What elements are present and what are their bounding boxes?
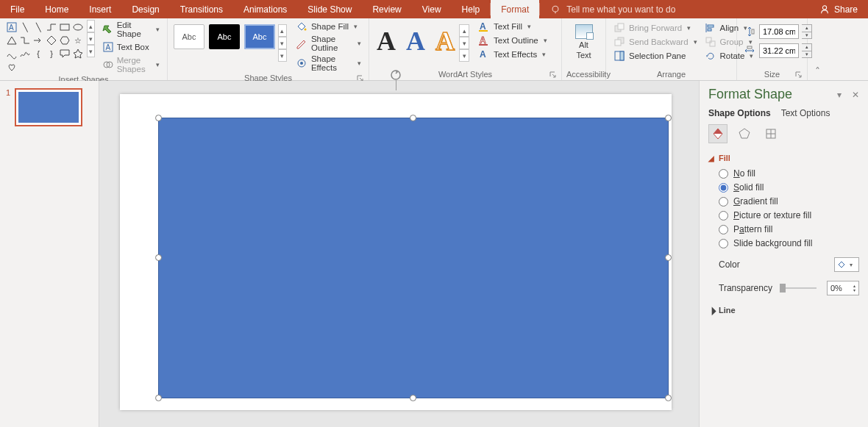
tab-animations[interactable]: Animations bbox=[233, 0, 297, 18]
wordart-preset-1[interactable]: A bbox=[377, 26, 396, 57]
shape-fill-button[interactable]: Shape Fill bbox=[293, 20, 364, 33]
shape-outline-button[interactable]: Shape Outline bbox=[293, 34, 364, 53]
gallery-up-icon[interactable]: ▴ bbox=[87, 20, 95, 32]
dialog-launcher-icon[interactable] bbox=[795, 71, 803, 79]
shape-diamond-icon[interactable] bbox=[46, 35, 57, 46]
width-input[interactable] bbox=[759, 43, 799, 58]
shape-line-icon[interactable]: ╲ bbox=[19, 21, 31, 33]
shape-gallery[interactable]: A ╲ ╲ ☆ { } bbox=[4, 20, 85, 74]
resize-handle-br[interactable] bbox=[665, 395, 672, 401]
gallery-more-icon[interactable]: ▾ bbox=[278, 49, 287, 62]
gallery-up-icon[interactable]: ▴ bbox=[278, 24, 287, 37]
size-props-category[interactable] bbox=[761, 124, 780, 143]
pattern-fill-radio[interactable]: Pattern fill bbox=[719, 224, 859, 234]
fill-line-category[interactable] bbox=[708, 124, 728, 143]
shape-star-icon[interactable] bbox=[72, 48, 84, 60]
share-button[interactable]: Share bbox=[809, 0, 868, 18]
shape-heart-icon[interactable] bbox=[6, 61, 18, 73]
shape-freeform-icon[interactable] bbox=[19, 48, 31, 60]
slider-thumb[interactable] bbox=[780, 284, 786, 293]
style-preset-3[interactable]: Abc bbox=[244, 24, 275, 49]
resize-handle-bc[interactable] bbox=[410, 395, 416, 401]
gallery-down-icon[interactable]: ▾ bbox=[459, 37, 469, 49]
shape-arrow-icon[interactable] bbox=[32, 35, 44, 46]
shape-callout-icon[interactable] bbox=[59, 48, 71, 60]
spin-down-icon[interactable]: ▾ bbox=[853, 288, 855, 293]
shape-star-icon[interactable]: ☆ bbox=[72, 35, 84, 46]
shape-connector-icon[interactable] bbox=[46, 21, 57, 33]
solid-fill-radio[interactable]: Solid fill bbox=[719, 182, 859, 193]
selection-pane-button[interactable]: Selection Pane bbox=[611, 49, 700, 62]
fill-color-picker[interactable]: ▾ bbox=[834, 257, 859, 272]
line-section-header[interactable]: ◢ Line bbox=[708, 306, 859, 315]
rotate-handle[interactable] bbox=[390, 69, 402, 81]
slide-bg-fill-radio[interactable]: Slide background fill bbox=[719, 238, 859, 248]
transparency-value[interactable]: 0%▴▾ bbox=[827, 281, 859, 295]
tab-review[interactable]: Review bbox=[362, 0, 411, 18]
tab-transitions[interactable]: Transitions bbox=[170, 0, 233, 18]
gallery-scroll[interactable]: ▴ ▾ ▾ bbox=[87, 20, 95, 57]
shape-options-tab[interactable]: Shape Options bbox=[708, 108, 771, 118]
tell-me-search[interactable]: Tell me what you want to do bbox=[540, 0, 686, 18]
resize-handle-tr[interactable] bbox=[665, 115, 672, 121]
shape-hexagon-icon[interactable] bbox=[59, 35, 71, 46]
slide[interactable] bbox=[120, 94, 672, 410]
pane-options-button[interactable]: ▾ bbox=[837, 90, 842, 100]
slide-canvas[interactable] bbox=[99, 81, 699, 427]
effects-category[interactable] bbox=[735, 124, 754, 143]
style-gallery-scroll[interactable]: ▴ ▾ ▾ bbox=[278, 24, 287, 62]
gallery-down-icon[interactable]: ▾ bbox=[87, 32, 95, 45]
style-preset-1[interactable]: Abc bbox=[174, 24, 204, 49]
no-fill-radio[interactable]: No fill bbox=[719, 168, 859, 179]
tab-home[interactable]: Home bbox=[35, 0, 79, 18]
shape-lbrace-icon[interactable]: { bbox=[32, 48, 44, 60]
pane-close-button[interactable]: ✕ bbox=[852, 90, 859, 100]
transparency-slider[interactable] bbox=[780, 283, 819, 293]
gallery-more-icon[interactable]: ▾ bbox=[459, 49, 469, 62]
gradient-fill-radio[interactable]: Gradient fill bbox=[719, 196, 859, 207]
text-effects-button[interactable]: A Text Effects bbox=[475, 48, 550, 61]
wordart-gallery[interactable]: A A A bbox=[374, 20, 458, 62]
style-preset-2[interactable]: Abc bbox=[209, 24, 240, 49]
alt-text-button[interactable]: Alt Text bbox=[569, 20, 600, 60]
text-options-tab[interactable]: Text Options bbox=[781, 108, 830, 118]
fill-section-header[interactable]: ◢ Fill bbox=[708, 154, 859, 162]
thumbnail-preview[interactable] bbox=[15, 88, 82, 126]
tab-slideshow[interactable]: Slide Show bbox=[297, 0, 362, 18]
shape-triangle-icon[interactable] bbox=[6, 35, 18, 46]
shape-connector-icon[interactable] bbox=[19, 35, 31, 46]
wordart-preset-3[interactable]: A bbox=[435, 26, 455, 57]
gallery-more-icon[interactable]: ▾ bbox=[87, 45, 95, 57]
tab-view[interactable]: View bbox=[412, 0, 452, 18]
gallery-down-icon[interactable]: ▾ bbox=[278, 37, 287, 49]
tab-file[interactable]: File bbox=[0, 0, 35, 18]
wordart-preset-2[interactable]: A bbox=[406, 26, 425, 57]
tab-help[interactable]: Help bbox=[452, 0, 491, 18]
text-outline-button[interactable]: A Text Outline bbox=[475, 34, 550, 47]
resize-handle-bl[interactable] bbox=[155, 395, 162, 401]
tab-format[interactable]: Format bbox=[491, 0, 539, 18]
wordart-gallery-scroll[interactable]: ▴ ▾ ▾ bbox=[459, 24, 469, 62]
gallery-up-icon[interactable]: ▴ bbox=[459, 24, 469, 37]
text-fill-button[interactable]: A Text Fill bbox=[475, 20, 550, 33]
resize-handle-ml[interactable] bbox=[155, 254, 162, 261]
picture-fill-radio[interactable]: Picture or texture fill bbox=[719, 210, 859, 220]
resize-handle-mr[interactable] bbox=[665, 254, 672, 261]
edit-shape-button[interactable]: Edit Shape bbox=[99, 20, 163, 39]
selected-rectangle-shape[interactable] bbox=[158, 118, 669, 398]
shape-textbox-icon[interactable]: A bbox=[6, 21, 18, 33]
shape-rbrace-icon[interactable]: } bbox=[46, 48, 57, 60]
tab-insert[interactable]: Insert bbox=[79, 0, 121, 18]
shape-effects-button[interactable]: Shape Effects bbox=[293, 54, 364, 73]
tab-design[interactable]: Design bbox=[121, 0, 169, 18]
shape-oval-icon[interactable] bbox=[72, 21, 84, 33]
resize-handle-tl[interactable] bbox=[155, 115, 162, 121]
resize-handle-tc[interactable] bbox=[410, 115, 416, 121]
shape-curve-icon[interactable] bbox=[6, 48, 18, 60]
slide-thumbnail[interactable]: 1 bbox=[6, 88, 93, 126]
shape-rect-icon[interactable] bbox=[59, 21, 71, 33]
collapse-ribbon-button[interactable]: ˄ bbox=[808, 18, 827, 80]
text-box-button[interactable]: A Text Box bbox=[99, 40, 163, 54]
shape-style-gallery[interactable]: Abc Abc Abc bbox=[172, 20, 277, 54]
dialog-launcher-icon[interactable] bbox=[549, 71, 557, 79]
